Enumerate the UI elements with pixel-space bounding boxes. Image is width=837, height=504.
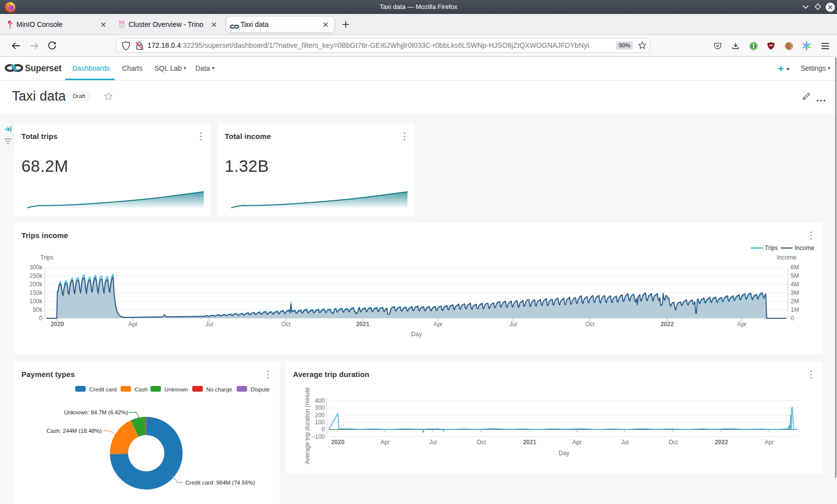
svg-text:2020: 2020 [51, 321, 64, 328]
svg-text:Apr: Apr [433, 321, 443, 328]
svg-text:6M: 6M [791, 264, 799, 271]
svg-text:0: 0 [39, 315, 42, 322]
svg-text:300k: 300k [29, 264, 43, 271]
svg-text:Credit card: Credit card [89, 386, 117, 392]
svg-text:UO: UO [769, 44, 773, 47]
svg-text:Oct: Oct [669, 439, 678, 446]
svg-text:2M: 2M [791, 298, 799, 305]
svg-text:Oct: Oct [585, 321, 595, 328]
svg-text:0: 0 [791, 315, 794, 322]
svg-text:2021: 2021 [356, 321, 370, 328]
svg-text:Cash: Cash [135, 386, 147, 392]
svg-text:Apr: Apr [572, 439, 582, 446]
svg-text:2021: 2021 [523, 439, 537, 446]
svg-text:Jul: Jul [429, 439, 436, 446]
svg-text:250k: 250k [29, 272, 43, 279]
svg-text:2020: 2020 [331, 439, 345, 446]
svg-text:Apr: Apr [381, 439, 390, 446]
svg-text:Jul: Jul [509, 321, 517, 328]
svg-text:Jul: Jul [205, 321, 213, 328]
svg-text:200k: 200k [29, 281, 43, 288]
svg-text:Oct: Oct [281, 321, 291, 328]
svg-text:150k: 150k [29, 289, 43, 296]
svg-text:Income: Income [795, 245, 815, 252]
svg-text:Day: Day [411, 331, 421, 338]
svg-text:−100: −100 [311, 433, 325, 440]
svg-text:Trips: Trips [40, 254, 53, 261]
svg-text:100: 100 [315, 419, 325, 426]
svg-text:200: 200 [315, 412, 325, 419]
svg-text:400: 400 [315, 397, 325, 404]
svg-text:Apr: Apr [765, 439, 774, 446]
svg-text:Oct: Oct [477, 439, 486, 446]
svg-text:Dispute: Dispute [251, 386, 270, 392]
svg-text:Unknown: 84.7M (6.42%): Unknown: 84.7M (6.42%) [64, 409, 128, 415]
svg-text:Day: Day [558, 450, 569, 457]
svg-text:Credit card: 984M (74.56%): Credit card: 984M (74.56%) [185, 480, 255, 486]
svg-text:Apr: Apr [737, 321, 747, 328]
svg-text:5M: 5M [791, 272, 799, 279]
svg-text:2022: 2022 [661, 321, 674, 328]
svg-text:Unknown: Unknown [164, 386, 188, 392]
svg-text:300: 300 [315, 404, 325, 411]
svg-text:Apr: Apr [129, 321, 138, 328]
svg-text:Cash: 244M (18.48%): Cash: 244M (18.48%) [46, 428, 102, 434]
svg-text:0: 0 [321, 426, 325, 433]
svg-text:50k: 50k [33, 306, 43, 313]
svg-text:Jul: Jul [621, 439, 628, 446]
svg-text:No charge: No charge [206, 386, 232, 392]
svg-text:Trips: Trips [765, 245, 778, 252]
svg-text:2022: 2022 [715, 439, 728, 446]
svg-text:4M: 4M [791, 281, 799, 288]
svg-text:Income: Income [777, 254, 797, 261]
svg-text:1M: 1M [791, 306, 799, 313]
svg-text:Average trip duration (minute: Average trip duration (minute [304, 387, 311, 464]
svg-text:3M: 3M [791, 289, 799, 296]
svg-text:100k: 100k [29, 298, 43, 305]
